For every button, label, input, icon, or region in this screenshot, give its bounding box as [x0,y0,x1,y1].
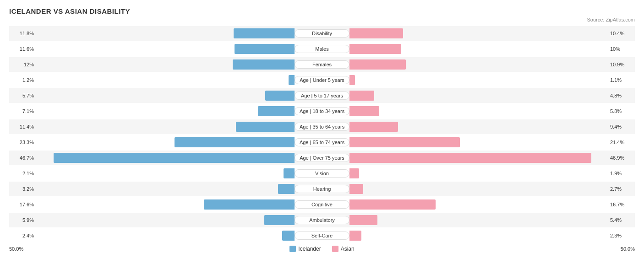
left-value: 11.4% [9,124,37,129]
bar-label: Females [295,60,349,69]
bar-label: Vision [295,169,349,178]
bar-blue [233,59,295,70]
left-value: 5.9% [9,217,37,223]
bar-row: 5.7% Age | 5 to 17 years 4.8% [9,88,635,103]
bar-label: Age | Under 5 years [295,76,349,84]
bar-row: 3.2% Hearing 2.7% [9,182,635,196]
bar-pink [349,106,379,116]
bar-row: 1.2% Age | Under 5 years 1.1% [9,73,635,87]
bar-blue [289,75,295,85]
legend-swatch-pink [332,246,338,252]
bar-label: Hearing [295,185,349,193]
bar-blue [278,184,295,194]
bar-pink [349,91,374,101]
right-value: 2.7% [607,186,635,192]
bar-pink [349,75,355,85]
bar-label: Age | 5 to 17 years [295,92,349,100]
left-value: 17.6% [9,202,37,207]
left-value: 23.3% [9,140,37,145]
bar-pink [349,231,361,241]
bar-row: 2.4% Self-Care 2.3% [9,228,635,243]
bar-pink [349,199,436,210]
legend-asian: Asian [332,246,355,252]
bar-label: Males [295,45,349,53]
bar-blue [265,91,295,101]
bar-label: Age | Over 75 years [295,154,349,162]
left-value: 12% [9,62,37,67]
bar-row: 11.6% Males 10% [9,42,635,56]
bar-blue [234,28,295,38]
bar-label: Disability [295,29,349,38]
left-value: 7.1% [9,108,37,114]
bar-blue [258,106,295,116]
bar-label: Self-Care [295,232,349,240]
bar-blue [236,122,295,132]
bar-row: 11.4% Age | 35 to 64 years 9.4% [9,119,635,134]
bar-blue [235,44,295,54]
bar-row: 12% Females 10.9% [9,57,635,72]
bar-pink [349,59,406,70]
bar-pink [349,184,363,194]
bar-pink [349,28,403,38]
footer-left-scale: 50.0% [9,246,23,252]
bar-label: Age | 35 to 64 years [295,123,349,131]
left-value: 11.8% [9,31,37,36]
bar-row: 17.6% Cognitive 16.7% [9,197,635,212]
right-value: 9.4% [607,124,635,129]
bar-row: 7.1% Age | 18 to 34 years 5.8% [9,104,635,118]
legend-icelander: Icelander [289,246,321,252]
bar-blue [54,153,295,163]
bar-row: 11.8% Disability 10.4% [9,26,635,41]
right-value: 16.7% [607,202,635,207]
bar-pink [349,215,377,225]
right-value: 1.9% [607,171,635,176]
bar-pink [349,153,591,163]
bar-blue [264,215,295,225]
left-value: 46.7% [9,155,37,161]
chart-area: 11.8% Disability 10.4% 11.6% Males [9,26,635,243]
bar-label: Age | 18 to 34 years [295,107,349,115]
right-value: 2.3% [607,233,635,238]
chart-title: ICELANDER VS ASIAN DISABILITY [9,7,635,15]
bar-blue [204,199,295,210]
bar-pink [349,137,460,147]
right-value: 5.4% [607,217,635,223]
right-value: 21.4% [607,140,635,145]
right-value: 10.4% [607,31,635,36]
right-value: 10% [607,46,635,52]
left-value: 2.1% [9,171,37,176]
left-value: 11.6% [9,46,37,52]
bar-blue [284,168,295,178]
bar-row: 23.3% Age | 65 to 74 years 21.4% [9,135,635,150]
source-label: Source: ZipAtlas.com [9,17,635,22]
bar-pink [349,122,398,132]
bar-pink [349,44,401,54]
bar-blue [175,137,295,147]
bar-row: 5.9% Ambulatory 5.4% [9,213,635,227]
left-value: 5.7% [9,93,37,98]
legend-swatch-blue [289,246,296,252]
right-value: 5.8% [607,108,635,114]
legend-icelander-label: Icelander [298,246,321,252]
right-value: 46.9% [607,155,635,161]
left-value: 1.2% [9,77,37,83]
left-value: 3.2% [9,186,37,192]
legend-asian-label: Asian [341,246,355,252]
bar-row: 2.1% Vision 1.9% [9,166,635,181]
bar-row: 46.7% Age | Over 75 years 46.9% [9,151,635,165]
bar-label: Cognitive [295,200,349,209]
bar-label: Ambulatory [295,216,349,224]
bar-pink [349,168,359,178]
footer-right-scale: 50.0% [621,246,635,252]
bar-label: Age | 65 to 74 years [295,138,349,146]
bar-blue [282,231,295,241]
right-value: 1.1% [607,77,635,83]
left-value: 2.4% [9,233,37,238]
right-value: 4.8% [607,93,635,98]
right-value: 10.9% [607,62,635,67]
